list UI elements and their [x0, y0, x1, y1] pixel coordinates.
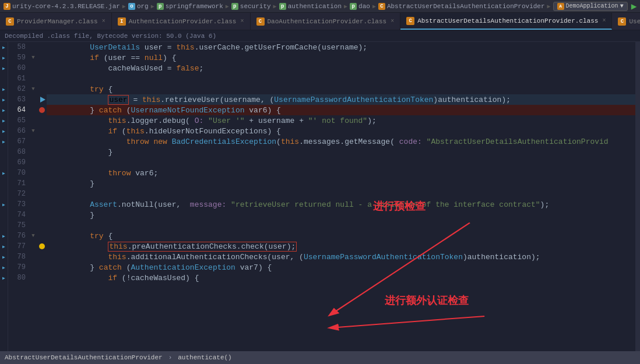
run-gutter-62[interactable]: ▶: [0, 84, 8, 94]
dao-icon: p: [350, 3, 357, 10]
tab-auth-provider[interactable]: I AuthenticationProvider.class ×: [112, 13, 251, 30]
code-editor[interactable]: UserDetails user = this.userCache.getUse…: [47, 42, 635, 351]
linenum-69: 69: [8, 157, 26, 168]
debug-67: [37, 136, 47, 147]
demo-app-button[interactable]: A DemoApplication ▼: [553, 2, 628, 11]
code-line-79: } catch (AuthenticationException var7) {: [47, 262, 635, 273]
app-icon: A: [557, 3, 564, 10]
fold-73: [29, 199, 37, 210]
linenum-74: 74: [8, 210, 26, 220]
run-gutter-61: [0, 73, 8, 84]
linenum-80: 80: [8, 273, 26, 283]
run-gutter-77[interactable]: ▶: [0, 241, 8, 252]
fold-79: [29, 262, 37, 273]
tab-close-1[interactable]: ×: [240, 18, 244, 24]
linenum-61: 61: [8, 73, 26, 84]
fold-65: [29, 115, 37, 126]
linenum-62: 62: [8, 84, 26, 94]
debug-61: [37, 73, 47, 84]
status-bar: AbstractUserDetailsAuthenticationProvide…: [0, 351, 640, 364]
code-line-70: throw var6;: [47, 168, 635, 178]
debug-80: [37, 273, 47, 283]
fold-75: [29, 220, 37, 231]
linenum-70: 70: [8, 168, 26, 178]
status-class: AbstractUserDetailsAuthenticationProvide…: [5, 354, 163, 361]
run-gutter-73[interactable]: ▶: [0, 199, 8, 210]
debug-59: [37, 52, 47, 63]
run-gutter-67[interactable]: ▶: [0, 136, 8, 147]
tab-close-3[interactable]: ×: [602, 17, 606, 24]
code-line-76: try {: [47, 231, 635, 241]
fold-74: [29, 210, 37, 220]
jar-icon: J: [3, 3, 10, 10]
debug-75: [37, 220, 47, 231]
extra-check-annotation: 进行额外认证检查: [385, 294, 469, 308]
vertical-scrollbar[interactable]: [635, 42, 640, 351]
run-gutter-65[interactable]: ▶: [0, 115, 8, 126]
debug-79: [37, 262, 47, 273]
tab-username-pass[interactable]: C UsernamePasswo... ×: [612, 13, 640, 30]
tab-abstract-auth[interactable]: C AbstractUserDetailsAuthenticationProvi…: [400, 13, 612, 30]
code-line-59: if (user == null) {: [47, 52, 635, 63]
linenum-67: 67: [8, 136, 26, 147]
run-gutter-63[interactable]: ▶: [0, 94, 8, 105]
debug-69: [37, 157, 47, 168]
code-line-65: this.logger.debug( O: "User '" + usernam…: [47, 115, 635, 126]
fold-59[interactable]: ▼: [29, 52, 37, 63]
run-gutter-70[interactable]: ▶: [0, 168, 8, 178]
run-gutter-80[interactable]: ▶: [0, 273, 8, 283]
code-line-77: this.preAuthenticationChecks.check(user)…: [47, 241, 635, 252]
fold-62[interactable]: ▼: [29, 84, 37, 94]
fold-column: ▼ ▼ ▼ ▼: [29, 42, 37, 351]
run-gutter-71: [0, 178, 8, 189]
run-gutter-78[interactable]: ▶: [0, 252, 8, 262]
org-icon: o: [128, 3, 135, 10]
run-controls: A DemoApplication ▼ ▶: [553, 1, 637, 12]
run-gutter-76[interactable]: ▶: [0, 231, 8, 241]
run-gutter-64[interactable]: ▶: [0, 105, 8, 115]
tab-provider-manager[interactable]: C ProviderManager.class ×: [0, 13, 112, 30]
fold-67: [29, 136, 37, 147]
springframework-icon: p: [157, 3, 164, 10]
run-gutter-75: [0, 220, 8, 231]
run-button[interactable]: ▶: [631, 1, 637, 12]
abstract-class-icon: C: [378, 3, 385, 10]
fold-58: [29, 42, 37, 52]
debug-64[interactable]: [37, 105, 47, 115]
run-gutter-79[interactable]: ▶: [0, 262, 8, 273]
breadcrumb-jar[interactable]: J urity-core-4.2.3.RELEASE.jar: [3, 3, 120, 10]
tab-dao-auth[interactable]: C DaoAuthenticationProvider.class ×: [251, 13, 401, 30]
linenum-60: 60: [8, 63, 26, 73]
linenum-65: 65: [8, 115, 26, 126]
debug-76: [37, 231, 47, 241]
run-gutter-68: [0, 147, 8, 157]
debug-column: [37, 42, 47, 351]
linenum-79: 79: [8, 262, 26, 273]
fold-71: [29, 178, 37, 189]
fold-63: [29, 94, 37, 105]
run-gutter-66[interactable]: ▶: [0, 126, 8, 136]
fold-66[interactable]: ▼: [29, 126, 37, 136]
run-gutter-58[interactable]: ▶: [0, 42, 8, 52]
fold-76[interactable]: ▼: [29, 231, 37, 241]
code-line-62: try {: [47, 84, 635, 94]
fold-72: [29, 189, 37, 199]
code-line-64: } catch (UsernameNotFoundException var6)…: [47, 105, 635, 115]
run-gutter-69: [0, 157, 8, 168]
debug-77[interactable]: [37, 241, 47, 252]
debug-78: [37, 252, 47, 262]
fold-60: [29, 63, 37, 73]
debug-74: [37, 210, 47, 220]
run-gutter-59[interactable]: ▶: [0, 52, 8, 63]
tab-close-2[interactable]: ×: [391, 18, 394, 24]
tab-bar: C ProviderManager.class × I Authenticati…: [0, 13, 640, 30]
linenum-72: 72: [8, 189, 26, 199]
tab-close-0[interactable]: ×: [102, 18, 106, 24]
fold-61: [29, 73, 37, 84]
run-gutter-60[interactable]: ▶: [0, 63, 8, 73]
fold-64: [29, 105, 37, 115]
code-line-66: if (this.hideUserNotFoundExceptions) {: [47, 126, 635, 136]
linenum-59: 59: [8, 52, 26, 63]
debug-63[interactable]: [37, 94, 47, 105]
debug-70: [37, 168, 47, 178]
